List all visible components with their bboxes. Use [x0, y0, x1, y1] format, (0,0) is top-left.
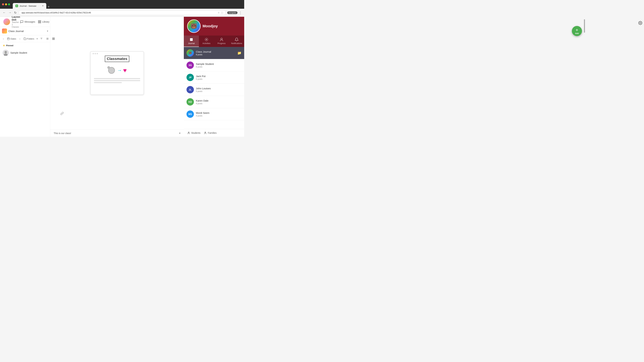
- journal-tab-icon: [189, 37, 193, 41]
- student-info-ss: Sample Student 8 posts: [196, 62, 242, 68]
- tab-title: Journal - Seesaw: [20, 5, 36, 7]
- folders-btn[interactable]: Folders: [23, 37, 35, 41]
- class-name: Class Journal: [8, 30, 46, 32]
- class-journal-posts: 8 posts: [196, 53, 235, 56]
- top-nav: Lauren Deli Teacher - 2 Classes Messages…: [0, 17, 50, 27]
- class-dropdown-chevron: ▾: [47, 30, 48, 32]
- card-title: Classmates: [105, 56, 129, 62]
- address-bar[interactable]: app.seesaw.me/#/class/class.e01bf4c2-9a2…: [18, 10, 226, 15]
- refresh-btn[interactable]: ↻: [14, 10, 17, 15]
- library-icon: [38, 20, 41, 23]
- students-btn[interactable]: Students: [187, 131, 200, 134]
- student-item-jl[interactable]: JL John Louises 5 posts: [184, 84, 244, 96]
- dot-2: [94, 53, 96, 54]
- forward-btn[interactable]: →: [8, 10, 12, 15]
- progress-tab-icon: [220, 37, 224, 41]
- filter-btn[interactable]: [39, 37, 44, 41]
- pinned-text: Pinned: [6, 44, 13, 47]
- url-text: app.seesaw.me/#/class/class.e01bf4c2-9a2…: [22, 11, 218, 14]
- tab-notifications[interactable]: Notifications: [229, 35, 244, 47]
- class-journal-avatar: 🐻: [186, 49, 194, 57]
- messages-link[interactable]: Messages: [20, 20, 35, 23]
- notifications-tab-label: Notifications: [231, 42, 242, 44]
- families-icon: [204, 131, 207, 134]
- tab-favicon: S: [16, 4, 18, 7]
- student-name-jl: John Louises: [196, 87, 242, 90]
- forward-nav-btn[interactable]: ›: [18, 37, 21, 41]
- app-layout: Lauren Deli Teacher - 2 Classes Messages…: [0, 17, 244, 137]
- classmates-card: Classmates → ♥: [90, 51, 144, 95]
- dot-1: [92, 53, 94, 54]
- tab-close-btn[interactable]: ×: [42, 4, 44, 7]
- back-btn[interactable]: ←: [2, 10, 6, 15]
- svg-rect-4: [8, 38, 10, 40]
- card-title-wrapper: Classmates: [90, 56, 144, 64]
- pinned-label: ★ Pinned: [3, 44, 48, 47]
- card-line-2: [94, 80, 140, 81]
- user-name: Lauren Deli: [12, 15, 20, 21]
- class-selector[interactable]: Class Journal ▾: [0, 27, 50, 35]
- browser-tabs: S Journal - Seesaw × +: [13, 0, 242, 9]
- panel-content: 🐻 Class Journal 8 posts 📁 SS Sample Stud…: [184, 47, 244, 129]
- messages-icon: [20, 20, 24, 23]
- student-name-ms: Mordi Seem: [196, 111, 242, 114]
- students-icon: [187, 131, 190, 134]
- student-item-ms[interactable]: MS Mordi Seem 4 posts: [184, 108, 244, 120]
- tab-progress[interactable]: Progress: [214, 35, 229, 47]
- header-actions: Messages Library: [20, 20, 50, 23]
- dates-btn[interactable]: Dates: [6, 37, 17, 41]
- browser-menu-btn[interactable]: ⋮: [239, 11, 242, 15]
- back-nav-btn[interactable]: ‹: [2, 37, 5, 41]
- folder-icon: [24, 37, 26, 40]
- link-icon[interactable]: [60, 112, 64, 116]
- sidebar: Lauren Deli Teacher - 2 Classes Messages…: [0, 17, 50, 137]
- families-btn[interactable]: Families: [204, 131, 216, 134]
- pinned-section: ★ Pinned Sample Student: [0, 42, 50, 59]
- student-item-jp[interactable]: JP Jack Pot 6 posts: [184, 71, 244, 84]
- user-info: Lauren Deli Teacher - 2 Classes: [12, 15, 20, 28]
- student-posts-ms: 4 posts: [196, 115, 242, 117]
- bottom-bar: This is our class! ▾: [50, 129, 184, 137]
- link-svg: [60, 112, 64, 115]
- student-posts-jp: 6 posts: [196, 78, 242, 80]
- right-panel: 🐻 Moodjoy Journal Activities Progress No…: [184, 17, 244, 137]
- folders-label: Folders: [27, 37, 34, 40]
- card-line-1: [94, 78, 140, 79]
- library-link[interactable]: Library: [38, 20, 50, 23]
- window-min-btn[interactable]: [5, 3, 7, 5]
- students-label: Students: [191, 132, 200, 134]
- incognito-badge: Incognito: [227, 11, 238, 14]
- bottom-text: This is our class!: [54, 132, 71, 135]
- student-name-kd: Karen Dale: [196, 99, 242, 102]
- card-dots: [90, 52, 144, 56]
- browser-chrome: S Journal - Seesaw × +: [0, 0, 244, 9]
- tab-journal[interactable]: Journal: [184, 35, 199, 47]
- student-item-ss[interactable]: SS Sample Student 8 posts: [184, 59, 244, 71]
- tab-activities[interactable]: Activities: [199, 35, 214, 47]
- window-close-btn[interactable]: [2, 3, 4, 5]
- sample-student-item[interactable]: Sample Student: [3, 48, 48, 57]
- library-label: Library: [42, 20, 50, 23]
- class-journal-info: Class Journal 8 posts: [196, 50, 235, 56]
- calendar-icon: [7, 37, 10, 40]
- student-info-jl: John Louises 5 posts: [196, 87, 242, 92]
- student-info-jp: Jack Pot 6 posts: [196, 75, 242, 80]
- svg-rect-1: [40, 20, 41, 21]
- student-item-kd[interactable]: KD Karen Dale 4 posts: [184, 96, 244, 108]
- svg-point-23: [221, 38, 222, 40]
- active-tab[interactable]: S Journal - Seesaw ×: [13, 3, 46, 9]
- class-icon: [2, 28, 7, 33]
- panel-footer: Students Families: [184, 129, 244, 137]
- class-journal-folder-icon: 📁: [237, 51, 242, 55]
- svg-rect-3: [40, 22, 41, 23]
- journal-tab-label: Journal: [188, 42, 194, 44]
- bottom-chevron: ▾: [179, 132, 180, 135]
- address-bar-row: ← → ↻ app.seesaw.me/#/class/class.e01bf4…: [0, 9, 244, 17]
- window-max-btn[interactable]: [8, 3, 10, 5]
- student-avatar-jp: JP: [186, 74, 194, 81]
- sample-student-avatar: [3, 50, 9, 56]
- new-tab-btn[interactable]: +: [46, 5, 51, 9]
- class-journal-item[interactable]: 🐻 Class Journal 8 posts 📁: [184, 47, 244, 59]
- student-avatar-ms: MS: [186, 110, 194, 118]
- list-view-btn[interactable]: [45, 37, 50, 41]
